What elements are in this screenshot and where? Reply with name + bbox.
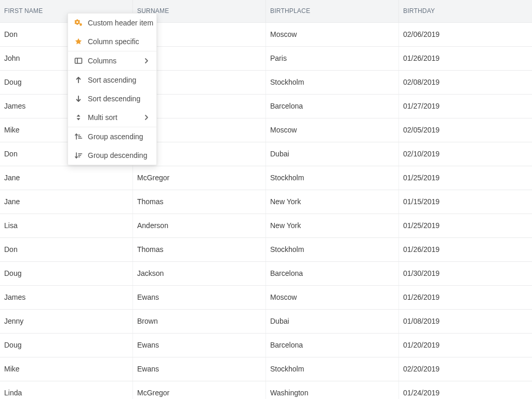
table-row[interactable]: JamesEwansMoscow01/26/2019 xyxy=(0,286,532,310)
cell-birthplace: New York xyxy=(266,214,399,237)
cell-surname: Jackson xyxy=(133,262,266,285)
arrow-down-icon xyxy=(74,95,83,103)
table-row[interactable]: LisaAndersonNew York01/25/2019 xyxy=(0,214,532,238)
menu-item-multi-sort[interactable]: Multi sort xyxy=(68,108,156,127)
cell-birthplace: Stockholm xyxy=(266,71,399,94)
cell-surname: Ewans xyxy=(133,286,266,309)
cell-birthday: 01/25/2019 xyxy=(399,214,532,237)
cell-surname: McGregor xyxy=(133,166,266,190)
group-asc-icon xyxy=(74,132,83,141)
menu-label: Custom header item xyxy=(88,19,153,27)
cell-birthplace: Stockholm xyxy=(266,357,399,381)
cell-surname: Ewans xyxy=(133,334,266,357)
cell-birthday: 01/24/2019 xyxy=(399,381,532,399)
table-row[interactable]: MikeEwansStockholm02/20/2019 xyxy=(0,357,532,381)
menu-label: Sort descending xyxy=(88,95,150,103)
table-row[interactable]: JaneMcGregorStockholm01/25/2019 xyxy=(0,166,532,190)
star-icon xyxy=(74,37,83,46)
cell-birthday: 02/20/2019 xyxy=(399,357,532,381)
cell-first-name: Doug xyxy=(0,334,133,357)
menu-item-group-descending[interactable]: Group descending xyxy=(68,146,156,165)
cell-birthday: 01/27/2019 xyxy=(399,95,532,118)
menu-item-group-ascending[interactable]: Group ascending xyxy=(68,127,156,146)
menu-item-sort-descending[interactable]: Sort descending xyxy=(68,89,156,108)
cell-birthplace: Stockholm xyxy=(266,166,399,190)
cogs-icon xyxy=(74,19,83,27)
cell-birthplace: Moscow xyxy=(266,286,399,309)
group-desc-icon xyxy=(74,151,83,159)
svg-rect-1 xyxy=(75,58,82,63)
menu-label: Columns xyxy=(88,57,138,65)
cell-surname: McGregor xyxy=(133,381,266,399)
cell-birthday: 01/20/2019 xyxy=(399,334,532,357)
menu-label: Multi sort xyxy=(88,113,138,122)
cell-birthplace: Barcelona xyxy=(266,262,399,285)
menu-label: Group descending xyxy=(88,151,150,159)
menu-label: Sort ascending xyxy=(88,76,150,84)
menu-label: Column specific xyxy=(88,37,150,46)
cell-first-name: Mike xyxy=(0,357,133,381)
table-row[interactable]: DougJacksonBarcelona01/30/2019 xyxy=(0,262,532,286)
table-row[interactable]: LindaMcGregorWashington01/24/2019 xyxy=(0,381,532,399)
cell-birthday: 01/26/2019 xyxy=(399,286,532,309)
table-row[interactable]: JaneThomasNew York01/15/2019 xyxy=(0,190,532,214)
columns-icon xyxy=(74,57,83,65)
cell-birthday: 01/26/2019 xyxy=(399,47,532,70)
cell-birthplace: Moscow xyxy=(266,23,399,46)
cell-birthday: 02/08/2019 xyxy=(399,71,532,94)
chevron-right-icon xyxy=(143,114,150,121)
cell-surname: Brown xyxy=(133,310,266,333)
cell-birthday: 01/30/2019 xyxy=(399,262,532,285)
cell-birthplace: Stockholm xyxy=(266,238,399,261)
cell-first-name: Jane xyxy=(0,190,133,214)
column-header-birthplace[interactable]: BIRTHPLACE xyxy=(266,0,399,22)
menu-label: Group ascending xyxy=(88,132,150,141)
column-header-birthday[interactable]: BIRTHDAY xyxy=(399,0,532,22)
cell-birthday: 01/15/2019 xyxy=(399,190,532,214)
cell-birthplace: Moscow xyxy=(266,118,399,142)
svg-marker-5 xyxy=(77,115,81,117)
menu-item-columns[interactable]: Columns xyxy=(68,51,156,70)
cell-first-name: James xyxy=(0,286,133,309)
menu-item-column-specific[interactable]: Column specific xyxy=(68,32,156,51)
cell-surname: Anderson xyxy=(133,214,266,237)
cell-first-name: Jane xyxy=(0,166,133,190)
cell-birthplace: New York xyxy=(266,190,399,214)
header-context-menu: Custom header item Column specific Colum… xyxy=(68,13,157,165)
chevron-right-icon xyxy=(143,57,150,64)
cell-birthplace: Barcelona xyxy=(266,95,399,118)
menu-item-sort-ascending[interactable]: Sort ascending xyxy=(68,71,156,89)
cell-birthday: 01/08/2019 xyxy=(399,310,532,333)
cell-birthday: 02/05/2019 xyxy=(399,118,532,142)
cell-first-name: Don xyxy=(0,238,133,261)
cell-birthplace: Washington xyxy=(266,381,399,399)
cell-birthday: 02/06/2019 xyxy=(399,23,532,46)
cell-birthplace: Dubai xyxy=(266,310,399,333)
cell-birthplace: Paris xyxy=(266,47,399,70)
cell-birthday: 02/10/2019 xyxy=(399,142,532,166)
table-row[interactable]: DougEwansBarcelona01/20/2019 xyxy=(0,334,532,357)
cell-surname: Ewans xyxy=(133,357,266,381)
cell-surname: Thomas xyxy=(133,238,266,261)
table-row[interactable]: JennyBrownDubai01/08/2019 xyxy=(0,310,532,334)
cell-first-name: Jenny xyxy=(0,310,133,333)
cell-birthday: 01/25/2019 xyxy=(399,166,532,190)
cell-birthplace: Barcelona xyxy=(266,334,399,357)
cell-birthday: 01/26/2019 xyxy=(399,238,532,261)
arrow-up-icon xyxy=(74,76,83,84)
sort-both-icon xyxy=(74,113,83,122)
cell-first-name: Linda xyxy=(0,381,133,399)
cell-surname: Thomas xyxy=(133,190,266,214)
cell-birthplace: Dubai xyxy=(266,142,399,166)
svg-marker-6 xyxy=(77,118,81,121)
cell-first-name: Doug xyxy=(0,262,133,285)
table-row[interactable]: DonThomasStockholm01/26/2019 xyxy=(0,238,532,262)
cell-first-name: Lisa xyxy=(0,214,133,237)
menu-item-custom-header[interactable]: Custom header item xyxy=(68,14,156,32)
